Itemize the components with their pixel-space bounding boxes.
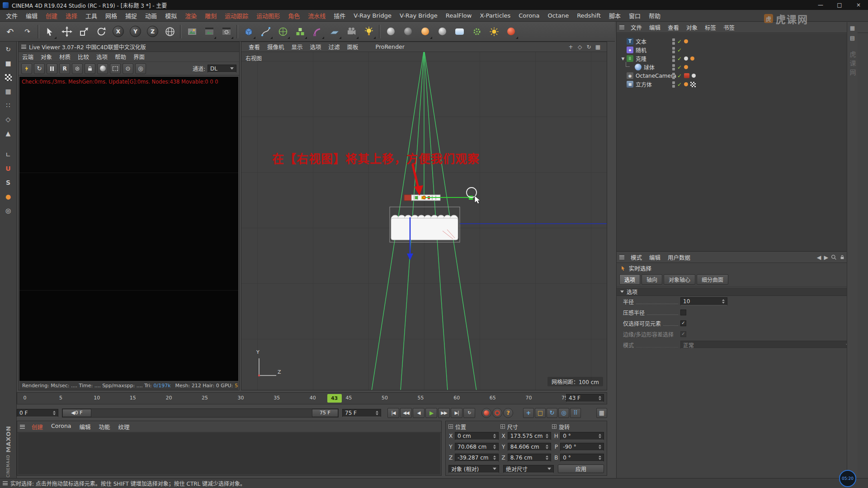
radius-field[interactable]: 10: [680, 297, 727, 305]
expander-icon[interactable]: ▼: [620, 56, 626, 61]
viewport-menu-item[interactable]: 摄像机: [264, 42, 288, 51]
menu-item[interactable]: 工具: [81, 11, 101, 20]
key-parameter-button[interactable]: ◎: [558, 408, 569, 418]
paint-mode-button[interactable]: ●: [1, 190, 15, 203]
pan-view-icon[interactable]: +: [567, 43, 575, 51]
spinner-icon[interactable]: [374, 409, 378, 417]
edges-mode-button[interactable]: ◇: [1, 113, 15, 126]
material-menu-item[interactable]: 创建: [28, 422, 47, 431]
timeline-window-button[interactable]: ▦: [596, 408, 607, 418]
octane-render-button[interactable]: [503, 23, 519, 40]
object-tag-icon[interactable]: [684, 73, 689, 78]
live-viewer-menu-item[interactable]: 比较: [74, 52, 93, 61]
uv-mode-button[interactable]: ◎: [1, 204, 15, 217]
object-row[interactable]: ▼ 文本 ✓: [617, 37, 858, 46]
redo-button[interactable]: ↷: [19, 23, 36, 40]
object-name[interactable]: 克隆: [636, 55, 646, 62]
om-menu-item[interactable]: 标签: [701, 23, 720, 32]
viewport-canvas[interactable]: 右视图: [241, 52, 607, 390]
polygons-mode-button[interactable]: ▲: [1, 127, 15, 140]
play-button[interactable]: ▶: [425, 408, 437, 418]
key-pla-button[interactable]: ⠿: [570, 408, 581, 418]
power-slider[interactable]: ◀ 0 F 75 F: [62, 408, 339, 418]
position-x-field[interactable]: 0 cm: [455, 432, 499, 440]
loop-button[interactable]: ↻: [463, 408, 475, 418]
lv-pause-button[interactable]: [47, 63, 57, 74]
zoom-view-icon[interactable]: ◇: [576, 43, 584, 51]
current-frame-marker[interactable]: 43: [327, 394, 342, 403]
attr-menu-item[interactable]: 用户数据: [664, 253, 694, 262]
apply-button[interactable]: 应用: [558, 465, 604, 473]
enabled-check-icon[interactable]: ✓: [677, 81, 682, 88]
menu-item[interactable]: V-Ray Bridge: [396, 12, 442, 19]
current-frame-field[interactable]: 43 F: [566, 394, 604, 402]
display-wireframe-button[interactable]: [400, 23, 416, 40]
menu-item[interactable]: RealFlow: [442, 12, 476, 19]
rotation-h-field[interactable]: 0 °: [560, 432, 604, 440]
section-header[interactable]: 选项: [617, 287, 858, 296]
enabled-check-icon[interactable]: ✓: [677, 47, 682, 53]
points-mode-button[interactable]: ∷: [1, 99, 15, 112]
rotate-view-icon[interactable]: ↻: [585, 43, 593, 51]
menu-item[interactable]: 网格: [101, 11, 121, 20]
om-menu-item[interactable]: 文件: [627, 23, 646, 32]
range-start-handle[interactable]: ◀ 0 F: [62, 409, 91, 417]
visibility-dots[interactable]: [672, 56, 675, 62]
spinner-icon[interactable]: [597, 443, 601, 450]
model-mode-button[interactable]: ■: [1, 57, 15, 70]
viewport-menu-item[interactable]: 查看: [245, 42, 264, 51]
lv-region-render-button[interactable]: R: [59, 63, 70, 74]
object-tag-icon[interactable]: [692, 74, 696, 78]
lock-y-axis-button[interactable]: Y: [127, 23, 144, 40]
object-tag-icon[interactable]: [684, 65, 688, 69]
axis-mode-button[interactable]: ∟: [1, 148, 15, 161]
render-picture-viewer-button[interactable]: [201, 23, 217, 40]
menu-item[interactable]: 运动图形: [252, 11, 284, 20]
object-row[interactable]: ▼ 克隆 ✓: [617, 54, 858, 63]
undo-button[interactable]: ↶: [2, 23, 19, 40]
spinner-icon[interactable]: [720, 298, 725, 305]
menu-item[interactable]: 动画: [141, 11, 161, 20]
history-forward-icon[interactable]: ▶: [824, 254, 828, 261]
range-end-handle[interactable]: 75 F: [312, 409, 338, 417]
visibility-dots[interactable]: [672, 64, 675, 70]
visibility-dots[interactable]: [672, 38, 675, 45]
lv-lock-button[interactable]: [85, 63, 95, 74]
om-menu-item[interactable]: 编辑: [646, 23, 664, 32]
live-viewer-menu-item[interactable]: 材质: [56, 52, 74, 61]
sun-light-button[interactable]: [486, 23, 502, 40]
object-name[interactable]: 随机: [636, 46, 646, 54]
attribute-tab[interactable]: 细分曲面: [697, 274, 728, 285]
attribute-tab[interactable]: 轴向: [642, 274, 662, 285]
size-z-field[interactable]: 8.76 cm: [508, 454, 552, 462]
position-y-field[interactable]: 70.068 cm: [455, 443, 499, 451]
lock-icon[interactable]: [840, 254, 845, 260]
texture-mode-button[interactable]: [1, 71, 15, 84]
snap-button[interactable]: U: [1, 162, 15, 175]
lock-x-axis-button[interactable]: X: [110, 23, 127, 40]
object-row[interactable]: ▼ 球体 ✓: [617, 63, 858, 71]
live-viewer-canvas[interactable]: Check:0ms./3ms. MeshGen:0ms. Update[G]:0…: [19, 77, 238, 381]
live-viewer-menu-item[interactable]: 对象: [37, 52, 56, 61]
dock-icon[interactable]: ▤: [850, 35, 855, 41]
timeline-ruler[interactable]: 051015202530354045505560657075 43 43 F: [17, 392, 607, 404]
key-position-button[interactable]: +: [523, 408, 534, 418]
history-back-icon[interactable]: ◀: [817, 254, 821, 261]
add-camera-button[interactable]: [343, 23, 360, 40]
lv-settings-button[interactable]: [72, 63, 83, 74]
lv-start-render-button[interactable]: [21, 63, 32, 74]
material-orange-button[interactable]: [417, 23, 434, 40]
minimize-button[interactable]: —: [811, 0, 830, 10]
object-origin-dot[interactable]: [423, 196, 426, 199]
material-menu-item[interactable]: 编辑: [75, 422, 95, 431]
mode-dropdown[interactable]: 正常: [680, 341, 852, 349]
om-menu-item[interactable]: 书签: [720, 23, 738, 32]
object-name[interactable]: 球体: [644, 63, 655, 71]
channel-dropdown[interactable]: DL: [208, 65, 236, 73]
object-tag-icon[interactable]: [684, 82, 688, 86]
make-editable-button[interactable]: ↻: [1, 43, 15, 56]
menu-item[interactable]: Octane: [543, 12, 573, 19]
menu-item[interactable]: 文件: [2, 11, 22, 20]
object-name[interactable]: 立方体: [636, 80, 652, 88]
menu-item[interactable]: 插件: [330, 11, 349, 20]
